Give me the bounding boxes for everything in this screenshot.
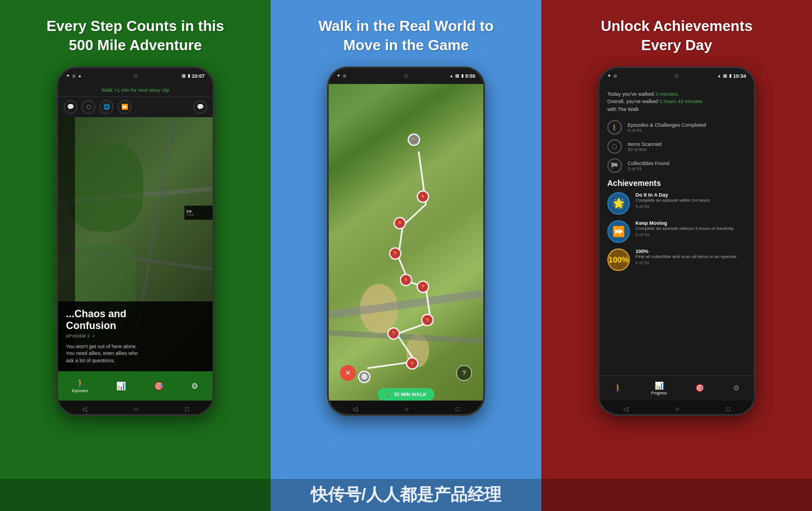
wifi-icon: ▦ xyxy=(182,73,186,78)
phone3-nav-walk[interactable]: 🚶 xyxy=(614,384,623,392)
nav-target[interactable]: 🎯 xyxy=(154,381,164,390)
collect-nav-icon: 🎯 xyxy=(695,384,704,392)
loc-dot-3: 🏃 xyxy=(394,217,406,229)
nav-episodes[interactable]: 🚶 Episodes xyxy=(72,379,89,393)
phone1-bottom-bar: ◁ ○ □ xyxy=(58,401,213,416)
close-walk-button[interactable]: ✕ xyxy=(340,365,356,381)
location-icon3: ◎ xyxy=(614,74,617,78)
achievement-row-2: ⏩ Keep Moving Complete an episode withou… xyxy=(607,220,746,243)
status-left3: ✦ ◎ xyxy=(607,73,617,78)
side-card-title: Lo xyxy=(187,209,210,213)
settings-icon: ⚙ xyxy=(191,381,198,390)
phone3-nav-settings[interactable]: ⚙ xyxy=(733,384,740,392)
wifi-icon2: ▦ xyxy=(455,73,460,78)
achievement-row-3: 100% 100% Find all collectible and scan … xyxy=(607,248,746,271)
loc-dot-8: 🏃 xyxy=(387,327,400,340)
bluetooth-icon2: ✦ xyxy=(337,73,341,78)
fast-icon[interactable]: ⏩ xyxy=(118,100,131,114)
phone2-content: 🏃 🏃 🏃 🏃 🏃 🏃 🏃 🏃 🏃 ⚪ 🚶 32 MIN WALK ✕ xyxy=(329,84,483,416)
phone3-main: Today you've walked 3 minutes. Overall, … xyxy=(599,84,754,375)
field1 xyxy=(66,143,143,232)
home-btn2[interactable]: ○ xyxy=(404,405,408,413)
phone1-nav: 🚶 Episodes 📊 🎯 ⚙ xyxy=(58,371,213,401)
phone1-map: Lo CHA ...Chaos andConfusion EPISODE 2 ✓… xyxy=(58,117,213,371)
signal-icon3: ▲ xyxy=(717,74,721,78)
bluetooth-icon: ✦ xyxy=(66,73,70,78)
panel-walk: Walk in the Real World to Move in the Ga… xyxy=(271,0,541,511)
progress-nav-label: Progress xyxy=(651,391,667,395)
stats-walked-text: Today you've walked 3 minutes. Overall, … xyxy=(607,91,746,114)
help-button[interactable]: ? xyxy=(456,365,472,381)
achievement-progress-2: 5 of 51 xyxy=(636,232,746,237)
keep-moving-icon: ⏩ xyxy=(612,225,625,238)
achievement-desc-3: Find all collectible and scan all items … xyxy=(636,254,746,260)
nav-stats[interactable]: 📊 xyxy=(116,381,126,390)
phone2-bottom-bar: ◁ ○ □ xyxy=(329,401,483,416)
phone1-icons-row: 💬 ⬡ 🌐 ⏩ 💬 xyxy=(58,97,213,117)
panel-steps: Every Step Counts in this 500 Mile Adven… xyxy=(0,0,271,511)
achievement-progress-3: 0 of 51 xyxy=(636,260,746,265)
phone1-time: 10:07 xyxy=(192,73,205,79)
collectibles-stat-name: Collectibles Found xyxy=(628,161,746,166)
check-icon: ✓ xyxy=(92,334,96,339)
achievement-badge-2: ⏩ xyxy=(607,220,630,243)
phone3-nav-progress[interactable]: 📊 Progress xyxy=(651,381,667,395)
walk-icon: 🚶 xyxy=(385,392,391,397)
collectibles-stat-value: 2 of 91 xyxy=(628,166,746,171)
achievement-info-2: Keep Moving Complete an episode without … xyxy=(636,220,746,237)
chat2-icon[interactable]: 💬 xyxy=(193,100,207,114)
scan-icon[interactable]: ⬡ xyxy=(82,100,95,114)
status-right: ▦ ▮ 10:07 xyxy=(182,73,205,79)
loc-dot-7: 🏃 xyxy=(421,314,434,326)
loc-dot-1: 🏃 xyxy=(408,134,420,146)
achievements-title: Achievements xyxy=(607,179,746,188)
back-btn3[interactable]: ◁ xyxy=(623,405,628,413)
home-btn3[interactable]: ○ xyxy=(675,405,679,413)
achievement-row-1: 🌟 Do It In A Day Complete an episode wit… xyxy=(607,192,746,215)
phone3-statusbar: ✦ ◎ ▲ ▦ ▮ 10:34 xyxy=(599,68,754,84)
status-right2: ▲ ▦ ▮ 9:55 xyxy=(449,73,475,79)
walk-label: 🚶 32 MIN WALK xyxy=(377,388,434,401)
loc-dot-10: ⚪ xyxy=(358,371,370,383)
globe-icon[interactable]: 🌐 xyxy=(100,100,113,114)
nav-settings[interactable]: ⚙ xyxy=(191,381,198,390)
episodes-stat-icon: 🚶 xyxy=(607,120,622,135)
do-it-in-a-day-icon: 🌟 xyxy=(612,197,625,210)
achievement-desc-2: Complete an episode without 3 hours of i… xyxy=(636,226,746,232)
chat-icon[interactable]: 💬 xyxy=(64,100,77,114)
achievement-badge-3: 100% xyxy=(607,248,630,271)
loc-dot-9: 🏃 xyxy=(406,357,418,370)
status-right3: ▲ ▦ ▮ 10:34 xyxy=(717,73,746,79)
phone3-nav-collect[interactable]: 🎯 xyxy=(695,384,704,392)
back-btn2[interactable]: ◁ xyxy=(352,405,358,413)
phone2-statusbar: ✦ ◎ ▲ ▦ ▮ 9:55 xyxy=(329,68,483,84)
achievement-badge-1: 🌟 xyxy=(607,192,630,215)
recents-btn[interactable]: □ xyxy=(185,405,189,413)
panel-achievements: Unlock Achievements Every Day ✦ ◎ ▲ ▦ ▮ … xyxy=(541,0,812,511)
recents-btn2[interactable]: □ xyxy=(456,405,460,413)
achievement-info-1: Do It In A Day Complete an episode withi… xyxy=(636,192,746,209)
topbar-highlight: >1 min xyxy=(114,87,129,93)
progress-nav-icon: 📊 xyxy=(655,381,664,390)
items-stat-icon: ⬡ xyxy=(607,139,622,154)
collectibles-stat-info: Collectibles Found 2 of 91 xyxy=(628,161,746,171)
episodes-icon: 🚶 xyxy=(76,379,85,388)
episodes-label: Episodes xyxy=(72,389,89,393)
back-btn[interactable]: ◁ xyxy=(82,405,87,413)
battery-icon2: ▮ xyxy=(461,73,464,78)
home-btn[interactable]: ○ xyxy=(134,405,138,413)
camera-dot3 xyxy=(674,74,679,78)
phone1-content: Walk >1 min for next story clip 💬 ⬡ 🌐 ⏩ … xyxy=(58,84,213,416)
bluetooth-icon3: ✦ xyxy=(607,73,611,78)
items-stat-info: Items Scanned 50 of 904 xyxy=(628,141,746,152)
episodes-stat-name: Episodes & Challenges Completed xyxy=(628,122,746,128)
episodes-stat-value: 6 of 65 xyxy=(628,128,746,133)
phone2-map: 🏃 🏃 🏃 🏃 🏃 🏃 🏃 🏃 🏃 ⚪ 🚶 32 MIN WALK ✕ xyxy=(329,84,483,416)
overall-walk-green: 5 hours 43 minutes xyxy=(659,99,703,104)
today-walk-green: 3 minutes xyxy=(655,91,677,97)
signal-icon2: ▲ xyxy=(449,74,453,78)
stats-icon: 📊 xyxy=(116,381,126,390)
recents-btn3[interactable]: □ xyxy=(726,405,730,413)
episode-desc: You won't get out of here alone. You nee… xyxy=(66,343,205,365)
stat-row-items: ⬡ Items Scanned 50 of 904 xyxy=(607,139,746,154)
